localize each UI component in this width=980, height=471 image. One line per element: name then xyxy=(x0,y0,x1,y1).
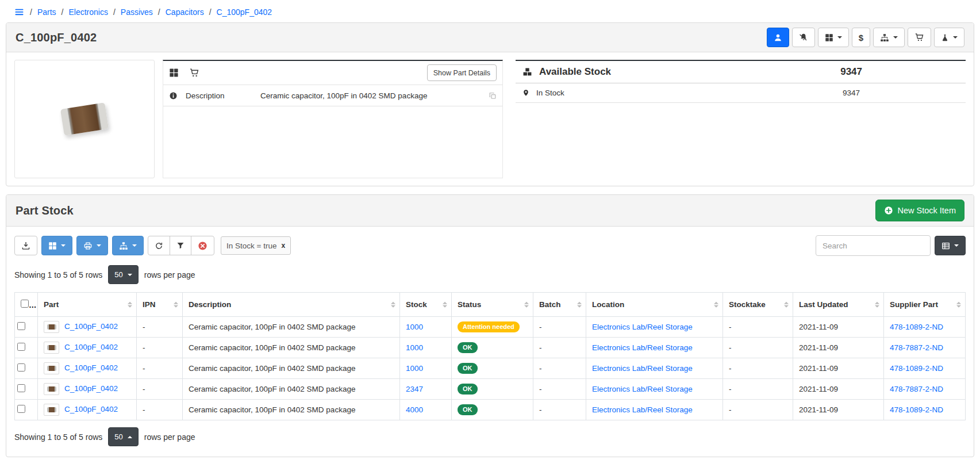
pricing-button[interactable]: $ xyxy=(852,28,870,47)
column-header-last-updated[interactable]: Last Updated xyxy=(793,293,884,317)
part-link[interactable]: C_100pF_0402 xyxy=(64,405,118,413)
part-actions-button[interactable] xyxy=(934,28,964,47)
print-actions-button[interactable] xyxy=(76,236,108,255)
breadcrumb-link[interactable]: C_100pF_0402 xyxy=(217,7,272,17)
part-link[interactable]: C_100pF_0402 xyxy=(64,322,118,331)
sort-icon[interactable] xyxy=(784,301,789,308)
location-link[interactable]: Electronics Lab/Reel Storage xyxy=(592,405,693,414)
stock-link[interactable]: 4000 xyxy=(406,405,423,414)
search-input[interactable] xyxy=(816,235,931,256)
part-image[interactable] xyxy=(14,60,155,178)
breadcrumb-link[interactable]: Parts xyxy=(37,7,56,17)
location-link[interactable]: Electronics Lab/Reel Storage xyxy=(592,385,693,393)
cart-icon xyxy=(914,33,924,42)
sort-icon[interactable] xyxy=(128,301,132,308)
sort-icon[interactable] xyxy=(524,301,529,308)
export-button[interactable] xyxy=(14,236,37,255)
supplier-part-link[interactable]: 478-1089-2-ND xyxy=(890,405,943,414)
last-updated-cell: 2021-11-09 xyxy=(793,317,884,338)
capacitor-thumb-image xyxy=(47,324,56,330)
notifications-off-button[interactable] xyxy=(792,28,815,47)
last-updated-cell: 2021-11-09 xyxy=(793,338,884,358)
stock-link[interactable]: 2347 xyxy=(406,385,423,393)
sort-icon[interactable] xyxy=(391,301,395,308)
stock-table-body: C_100pF_0402-Ceramic capacitor, 100pF in… xyxy=(15,317,966,420)
supplier-part-link[interactable]: 478-7887-2-ND xyxy=(890,385,943,393)
stock-link[interactable]: 1000 xyxy=(406,323,423,331)
column-header-status[interactable]: Status xyxy=(452,293,533,317)
part-cell: C_100pF_0402 xyxy=(38,317,137,338)
sort-icon[interactable] xyxy=(956,301,961,308)
new-stock-item-label: New Stock Item xyxy=(897,206,956,215)
page-size-button[interactable]: 50 xyxy=(108,427,138,446)
breadcrumb-link[interactable]: Capacitors xyxy=(166,7,204,17)
stock-link[interactable]: 1000 xyxy=(406,343,423,352)
sort-icon[interactable] xyxy=(174,301,178,308)
select-all-checkbox[interactable] xyxy=(21,300,29,308)
location-cell: Electronics Lab/Reel Storage xyxy=(586,358,723,379)
page-title: C_100pF_0402 xyxy=(16,31,97,44)
new-stock-item-button[interactable]: New Stock Item xyxy=(875,200,964,221)
column-header-part[interactable]: Part xyxy=(38,293,137,317)
breadcrumb-link[interactable]: Electronics xyxy=(68,7,107,17)
stock-options-button[interactable] xyxy=(112,236,144,255)
stock-table-toolbar: In Stock = true x xyxy=(6,227,974,259)
subscribe-button[interactable] xyxy=(767,28,789,47)
location-link[interactable]: Electronics Lab/Reel Storage xyxy=(592,323,693,331)
row-checkbox[interactable] xyxy=(17,405,25,413)
barcode-actions-button[interactable] xyxy=(818,28,849,47)
stock-actions-button[interactable] xyxy=(873,28,905,47)
showing-text: Showing 1 to 5 of 5 rows xyxy=(14,270,102,279)
location-cell: Electronics Lab/Reel Storage xyxy=(586,400,723,420)
breadcrumb-link[interactable]: Passives xyxy=(121,7,153,17)
status-badge: OK xyxy=(458,342,478,353)
remove-filter-icon[interactable]: x xyxy=(281,242,285,250)
ipn-cell: - xyxy=(137,400,183,420)
supplier-part-link[interactable]: 478-1089-2-ND xyxy=(890,364,943,373)
page-size-button[interactable]: 50 xyxy=(108,265,138,284)
column-header-stock[interactable]: Stock xyxy=(400,293,452,317)
description-label: Description xyxy=(186,91,252,100)
filter-button[interactable] xyxy=(170,236,191,255)
supplier-part-link[interactable]: 478-7887-2-ND xyxy=(890,343,943,352)
cart-icon[interactable] xyxy=(189,68,199,78)
status-cell: OK xyxy=(452,379,533,400)
part-link[interactable]: C_100pF_0402 xyxy=(64,363,118,372)
show-part-details-button[interactable]: Show Part Details xyxy=(427,64,497,81)
location-link[interactable]: Electronics Lab/Reel Storage xyxy=(592,364,693,373)
columns-button[interactable] xyxy=(41,236,72,255)
capacitor-thumb-image xyxy=(47,366,56,371)
stock-link[interactable]: 1000 xyxy=(406,364,423,373)
row-checkbox[interactable] xyxy=(17,343,25,351)
sort-icon[interactable] xyxy=(443,301,447,308)
sort-icon[interactable] xyxy=(577,301,582,308)
column-header-location[interactable]: Location xyxy=(586,293,723,317)
filter-chip[interactable]: In Stock = true x xyxy=(221,236,291,255)
order-actions-button[interactable] xyxy=(908,28,931,47)
supplier-part-cell: 478-7887-2-ND xyxy=(884,379,966,400)
sort-icon[interactable] xyxy=(714,301,718,308)
part-thumbnail xyxy=(44,362,59,374)
clear-filters-button[interactable] xyxy=(191,236,214,255)
column-header-supplier-part[interactable]: Supplier Part xyxy=(884,293,966,317)
grid-icon[interactable] xyxy=(169,68,179,78)
row-checkbox[interactable] xyxy=(17,384,25,392)
row-checkbox-cell xyxy=(15,317,38,338)
column-header-description[interactable]: Description xyxy=(183,293,400,317)
column-header-stocktake[interactable]: Stocktake xyxy=(723,293,793,317)
pagination-bottom: Showing 1 to 5 of 5 rows 50 rows per pag… xyxy=(6,422,974,457)
column-header-batch[interactable]: Batch xyxy=(533,293,586,317)
table-view-button[interactable] xyxy=(935,236,966,255)
copy-icon[interactable] xyxy=(489,91,497,100)
sort-icon[interactable] xyxy=(875,301,879,308)
row-checkbox[interactable] xyxy=(17,322,25,330)
part-link[interactable]: C_100pF_0402 xyxy=(64,384,118,393)
row-checkbox[interactable] xyxy=(17,363,25,372)
part-toolbar: $ xyxy=(767,28,964,47)
supplier-part-link[interactable]: 478-1089-2-ND xyxy=(890,323,943,331)
refresh-button[interactable] xyxy=(148,236,170,255)
column-header-ipn[interactable]: IPN xyxy=(137,293,183,317)
menu-icon[interactable] xyxy=(14,7,25,17)
location-link[interactable]: Electronics Lab/Reel Storage xyxy=(592,343,693,352)
part-link[interactable]: C_100pF_0402 xyxy=(64,343,118,351)
